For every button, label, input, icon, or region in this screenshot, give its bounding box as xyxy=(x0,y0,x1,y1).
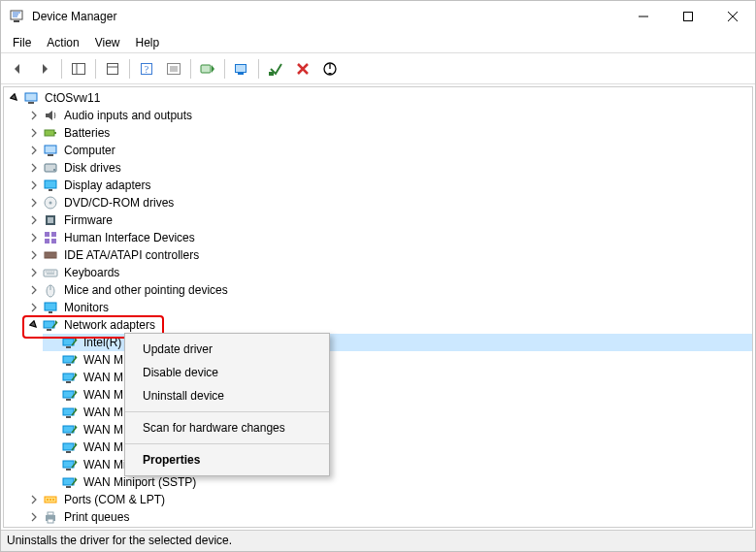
tree-category[interactable]: Firmware xyxy=(23,211,752,229)
network-adapter-icon xyxy=(62,422,78,438)
category-label: Audio inputs and outputs xyxy=(62,109,194,122)
expand-icon[interactable] xyxy=(27,248,41,262)
expand-icon[interactable] xyxy=(27,109,41,122)
network-adapter-icon xyxy=(62,474,78,490)
svg-rect-18 xyxy=(48,154,53,156)
properties-button[interactable] xyxy=(100,56,125,81)
svg-rect-1 xyxy=(14,20,19,22)
svg-point-24 xyxy=(49,202,52,205)
category-icon xyxy=(43,108,58,123)
tree-category[interactable]: Audio inputs and outputs xyxy=(23,107,752,124)
expand-icon[interactable] xyxy=(27,266,41,279)
category-label: Print queues xyxy=(62,510,131,524)
maximize-button[interactable] xyxy=(666,1,710,32)
category-icon xyxy=(43,265,58,280)
tree-category[interactable]: Mice and other pointing devices xyxy=(23,281,752,299)
category-label: Firmware xyxy=(62,213,115,227)
update-driver-button[interactable] xyxy=(195,56,220,81)
device-tree[interactable]: CtOSvw11 Audio inputs and outputsBatteri… xyxy=(3,86,753,528)
svg-rect-41 xyxy=(66,364,71,366)
expand-icon[interactable] xyxy=(27,493,41,506)
computer-icon xyxy=(23,90,39,106)
svg-point-59 xyxy=(52,499,54,501)
category-label: Disk drives xyxy=(62,161,123,175)
menu-view[interactable]: View xyxy=(87,34,128,51)
expand-icon[interactable] xyxy=(27,283,41,297)
category-icon xyxy=(43,247,58,263)
tree-root[interactable]: CtOSvw11 xyxy=(4,89,752,107)
ctx-scan-hardware[interactable]: Scan for hardware changes xyxy=(125,416,329,439)
category-icon xyxy=(43,282,58,298)
tree-category[interactable]: Processors xyxy=(23,526,752,528)
device-label: Intel(R) xyxy=(82,336,123,349)
device-label: WAN M xyxy=(82,423,125,437)
category-icon xyxy=(43,160,58,176)
svg-rect-34 xyxy=(45,303,56,310)
device-label: WAN Miniport (SSTP) xyxy=(82,475,198,489)
tree-category[interactable]: Keyboards xyxy=(23,264,752,281)
network-adapter-icon xyxy=(62,405,78,420)
category-label: Ports (COM & LPT) xyxy=(62,493,167,506)
help-button[interactable]: ? xyxy=(134,56,159,81)
enable-device-button[interactable] xyxy=(263,56,288,81)
tree-category[interactable]: Print queues xyxy=(23,508,752,526)
scan-hardware-changes-button[interactable] xyxy=(229,56,254,81)
category-label: Batteries xyxy=(62,126,112,140)
expand-icon[interactable] xyxy=(27,126,41,140)
svg-rect-30 xyxy=(51,239,56,244)
menubar: File Action View Help xyxy=(1,32,755,53)
forward-button[interactable] xyxy=(32,56,57,81)
tree-category[interactable]: Monitors xyxy=(23,299,752,316)
menu-action[interactable]: Action xyxy=(39,34,86,51)
tree-category[interactable]: IDE ATA/ATAPI controllers xyxy=(23,246,752,264)
expand-icon[interactable] xyxy=(27,144,41,157)
close-button[interactable] xyxy=(710,1,755,32)
tree-category[interactable]: Batteries xyxy=(23,124,752,142)
disable-device-button[interactable] xyxy=(317,56,343,81)
expand-icon[interactable] xyxy=(27,179,41,192)
ctx-properties[interactable]: Properties xyxy=(125,448,329,471)
ctx-uninstall-device[interactable]: Uninstall device xyxy=(125,384,329,407)
tree-category[interactable]: Computer xyxy=(23,142,752,159)
collapse-icon[interactable] xyxy=(27,318,41,332)
tree-category[interactable]: Ports (COM & LPT) xyxy=(23,491,752,508)
expand-icon[interactable] xyxy=(27,231,41,244)
tree-category[interactable]: DVD/CD-ROM drives xyxy=(23,194,752,211)
network-adapter-icon xyxy=(62,335,78,350)
show-hide-console-tree-button[interactable] xyxy=(66,56,91,81)
expand-icon[interactable] xyxy=(27,510,41,524)
context-menu: Update driver Disable device Uninstall d… xyxy=(124,333,330,476)
expand-icon[interactable] xyxy=(27,161,41,175)
category-label: IDE ATA/ATAPI controllers xyxy=(62,248,201,262)
ctx-separator xyxy=(125,443,329,444)
category-icon xyxy=(43,527,58,528)
svg-rect-15 xyxy=(45,130,54,136)
svg-point-57 xyxy=(47,499,49,501)
category-label: DVD/CD-ROM drives xyxy=(62,196,176,210)
ctx-disable-device[interactable]: Disable device xyxy=(125,361,329,384)
category-icon xyxy=(43,230,58,245)
menu-file[interactable]: File xyxy=(5,34,39,51)
collapse-icon[interactable] xyxy=(8,91,21,105)
tree-category[interactable]: Human Interface Devices xyxy=(23,229,752,246)
tree-category[interactable]: Disk drives xyxy=(23,159,752,177)
category-icon xyxy=(43,195,58,211)
menu-help[interactable]: Help xyxy=(128,34,168,51)
expand-icon[interactable] xyxy=(27,213,41,227)
back-button[interactable] xyxy=(5,56,30,81)
ctx-update-driver[interactable]: Update driver xyxy=(125,338,329,361)
tree-category[interactable]: Display adapters xyxy=(23,177,752,194)
uninstall-device-button[interactable] xyxy=(290,56,315,81)
expand-icon[interactable] xyxy=(27,196,41,210)
svg-rect-22 xyxy=(49,189,52,191)
action-list-button[interactable] xyxy=(161,56,186,81)
category-label: Computer xyxy=(62,144,117,157)
tree-category[interactable]: Network adapters xyxy=(23,316,752,334)
svg-rect-4 xyxy=(108,63,118,74)
expand-icon[interactable] xyxy=(27,301,41,314)
svg-rect-9 xyxy=(236,64,247,72)
svg-rect-29 xyxy=(45,239,49,244)
tree-root-label: CtOSvw11 xyxy=(43,91,102,105)
svg-rect-26 xyxy=(48,217,53,223)
minimize-button[interactable] xyxy=(621,1,666,32)
